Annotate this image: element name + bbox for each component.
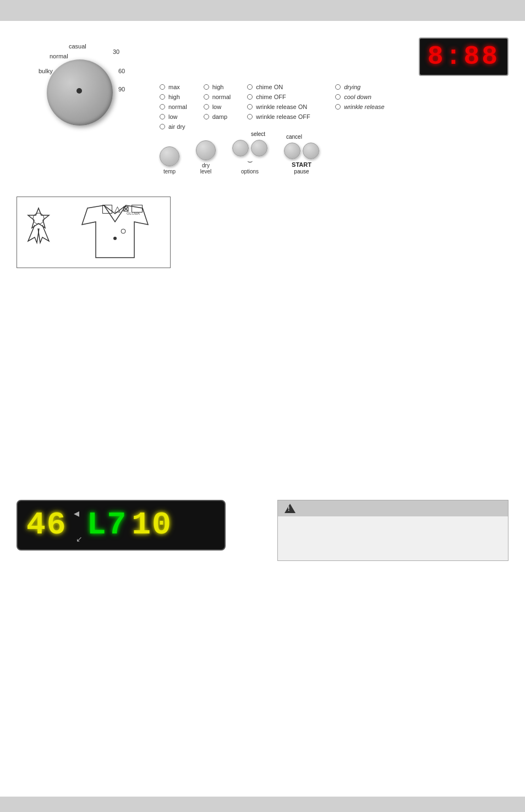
cancel-label: cancel [286,134,302,140]
svg-point-3 [121,229,125,233]
options-button[interactable] [232,140,249,156]
options-button-group: select ⌣ options [232,140,267,175]
options-column: chime ON chime OFF wrinkle release ON wr… [247,84,319,120]
dry-level-button-label: drylevel [200,162,212,175]
temp-button-group: temp [160,146,179,175]
lcd-segment-2: L7 [87,509,128,541]
cooldown-status: cool down [335,94,384,100]
lcd-display: 46 ◂ ↙ L7 10 [17,500,226,551]
warning-box [277,500,508,561]
wrinkle-release-status: wrinkle release [335,103,384,110]
select-label: select [251,131,265,137]
temp-normal-dot [160,104,165,110]
cancel-button[interactable] [284,143,300,159]
label-90: 90 [118,86,125,92]
dry-high-dot [204,84,209,90]
wrinkle-on-label: wrinkle release ON [256,103,307,110]
wrinkle-release-label: wrinkle release [344,103,384,110]
dry-level-column: high normal low damp [204,84,231,120]
chime-off-label: chime OFF [256,94,286,100]
options-brace: ⌣ [247,156,253,166]
select-button[interactable] [251,140,267,156]
dry-level-button-group: drylevel [196,140,216,175]
temp-normal-label: normal [168,103,187,110]
chime-on-dot [247,84,253,90]
knob-area: casual normal 30 bulky 60 90 [17,37,138,142]
warning-header [278,500,508,516]
temp-low-option: low [160,113,187,120]
buttons-row: temp drylevel select ⌣ [160,140,508,175]
cycle-knob[interactable] [47,59,113,126]
temp-column: max high normal low [160,84,187,130]
drying-dot [335,84,341,90]
start-pause-label: STARTpause [292,161,311,175]
temp-high-option: high [160,94,187,100]
temp-button-label: temp [163,168,176,175]
temp-high-label: high [168,94,180,100]
temp-high-dot [160,94,165,100]
temp-button[interactable] [160,146,179,166]
dry-low-label: low [212,103,222,110]
top-section: casual normal 30 bulky 60 90 8:88 [17,37,508,175]
chime-off-dot [247,94,253,100]
lcd-section: 46 ◂ ↙ L7 10 [17,500,226,551]
dry-damp-dot [204,114,209,119]
temp-airdry-dot [160,124,165,129]
wrinkle-off-label: wrinkle release OFF [256,113,310,120]
cooldown-label: cool down [344,94,371,100]
temp-airdry-label: air dry [168,123,185,130]
shirt-svg [71,203,159,263]
temp-low-dot [160,114,165,119]
care-image-section: △ ⊠ GLOBA [17,197,171,268]
wrinkle-off-dot [247,114,253,119]
drying-status: drying [335,84,384,90]
dry-normal-dot [204,94,209,100]
digital-display-area: 8:88 [419,37,508,76]
start-pause-button[interactable] [303,143,319,159]
label-bulky: bulky [39,68,53,74]
dry-low-option: low [204,103,231,110]
options-button-label: options [241,168,259,175]
temp-normal-option: normal [160,103,187,110]
dry-damp-label: damp [212,113,228,120]
warning-body [278,516,508,560]
label-60: 60 [118,68,125,74]
digital-display: 8:88 [419,37,508,76]
wrinkle-on-option: wrinkle release ON [247,103,319,110]
label-casual: casual [69,43,86,50]
wrinkle-off-option: wrinkle release OFF [247,113,319,120]
cancel-startpause-group: cancel STARTpause [284,143,319,175]
dry-high-label: high [212,84,224,90]
svg-point-1 [33,213,44,224]
cooldown-dot [335,94,341,100]
temp-max-label: max [168,84,180,90]
dry-low-dot [204,104,209,110]
award-symbol [24,205,54,257]
status-column: drying cool down wrinkle release [335,84,384,110]
dry-normal-option: normal [204,94,231,100]
controls-area: 8:88 max high normal [160,37,508,175]
svg-point-2 [113,237,117,240]
temp-max-option: max [160,84,187,90]
label-30: 30 [113,48,119,55]
warning-section [277,500,508,561]
knob-indicator-dot [76,88,82,94]
cancel-start-buttons [284,143,319,159]
chime-on-option: chime ON [247,84,319,90]
options-select-buttons [232,140,267,156]
dry-high-option: high [204,84,231,90]
wrinkle-on-dot [247,104,253,110]
top-bar [0,0,525,21]
temp-max-dot [160,84,165,90]
main-content: casual normal 30 bulky 60 90 8:88 [0,21,525,797]
lcd-segment-1: 46 [26,509,67,541]
lcd-arrow-top: ◂ [74,508,79,519]
award-icon [24,205,54,255]
chime-off-option: chime OFF [247,94,319,100]
dry-level-button[interactable] [196,140,216,160]
bottom-bar [0,797,525,812]
dry-normal-label: normal [212,94,231,100]
dry-damp-option: damp [204,113,231,120]
lcd-arrow-bottom: ↙ [76,535,83,543]
drying-label: drying [344,84,360,90]
